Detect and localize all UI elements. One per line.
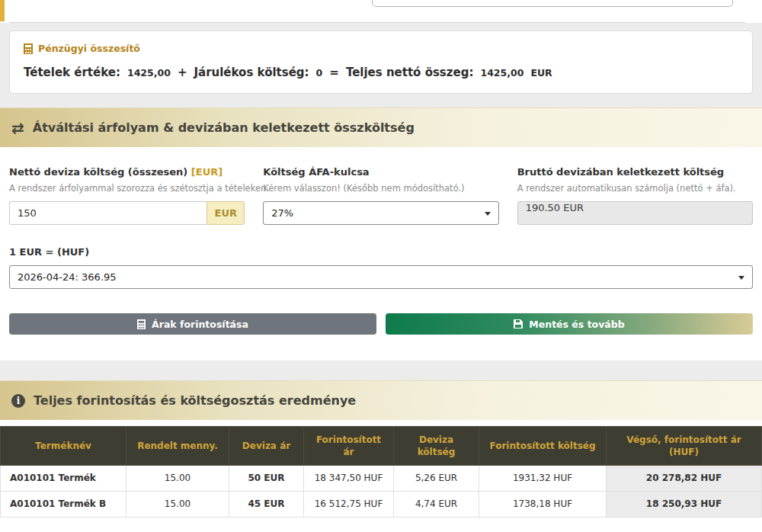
summary-title-text: Pénzügyi összesítő [38,43,140,54]
currency-price-cell: 50 EUR [229,466,304,492]
plus-sign: + [178,66,187,79]
table-row: A010101 Termék 15.00 50 EUR 18 347,50 HU… [1,466,762,492]
gross-cost-field: Bruttó devizában keletkezett költség A r… [517,166,753,225]
save-continue-label: Mentés és tovább [529,319,624,330]
chevron-down-icon [738,276,744,280]
final-huf-price-cell: 20 278,82 HUF [607,466,762,492]
net-cost-help: A rendszer árfolyammal szorozza és széto… [9,183,245,194]
results-section-body: Terméknév Rendelt menny. Deviza ár Forin… [0,420,762,532]
final-huf-price-cell: 18 250,93 HUF [607,492,762,518]
vat-field: Költség ÁFA-kulcsa Kérem válasszon! (Kés… [263,166,498,225]
header-ordered-qty: Rendelt menny. [126,427,229,466]
gross-cost-help: A rendszer automatikusan számolja (nettó… [517,183,753,194]
net-cost-currency-tag: [EUR] [191,166,223,178]
floppy-save-icon [514,319,523,328]
net-cost-field: Nettó deviza költség (összesen) [EUR] A … [9,166,245,225]
chevron-down-icon [485,212,491,216]
calculator-icon [24,43,33,54]
page: Pénzügyi összesítő Tételek értéke: 1425,… [0,0,762,532]
header-final-huf-price: Végső, forintosított ár (HUF) [607,427,762,466]
net-cost-input[interactable] [9,201,207,225]
gross-cost-readonly-input: 190.50 EUR [517,201,753,225]
huf-cost-cell: 1738,18 HUF [479,492,607,518]
ordered-qty-cell: 15.00 [126,492,229,518]
huf-price-cell: 18 347,50 HUF [304,466,394,492]
rate-label: 1 EUR = (HUF) [9,246,753,258]
financial-summary-title: Pénzügyi összesítő [24,43,738,54]
items-value: 1425,00 [127,67,171,79]
summary-totals-line: Tételek értéke: 1425,00 + Járulékos költ… [24,66,738,79]
currency-cost-cell: 4,74 EUR [394,492,479,518]
results-section-header: i Teljes forintosítás és költségosztás e… [0,380,762,420]
results-section-title: Teljes forintosítás és költségosztás ere… [34,393,356,408]
exchange-actions: Árak forintosítása Mentés és tovább [9,313,753,335]
rate-select[interactable]: 2026-04-24: 366.95 [9,265,753,289]
table-row: A010101 Termék B 15.00 45 EUR 16 512,75 … [1,492,762,518]
rate-select-value: 2026-04-24: 366.95 [18,271,117,283]
results-section: i Teljes forintosítás és költségosztás e… [0,380,762,532]
total-net-value: 1425,00 [480,67,523,79]
currency-suffix-addon: EUR [207,201,245,225]
header-huf-price: Forintosított ár [304,427,394,466]
vat-select-value: 27% [271,207,293,219]
top-cutoff-band [0,0,762,23]
exchange-section: ⇄ Átváltási árfolyam & devizában keletke… [0,107,762,361]
swap-arrows-icon: ⇄ [11,120,24,136]
huf-price-cell: 16 512,75 HUF [304,492,394,518]
cutoff-input-field[interactable] [372,0,733,7]
items-value-label: Tételek értéke: [24,66,120,79]
header-currency-price: Deviza ár [229,427,304,466]
calculator-icon [137,319,146,329]
convert-prices-button[interactable]: Árak forintosítása [9,313,376,335]
convert-prices-label: Árak forintosítása [152,319,248,330]
extra-cost-label: Járulékos költség: [194,66,309,79]
header-huf-cost: Forintosított költség [479,427,607,466]
net-cost-label-text: Nettó deviza költség (összesen) [9,166,187,178]
header-currency-cost: Deviza költség [394,427,479,466]
vat-help: Kérem válasszon! (Később nem módosítható… [263,183,498,194]
card-bottom-border [9,22,745,23]
financial-summary-card: Pénzügyi összesítő Tételek értéke: 1425,… [9,30,753,94]
info-icon: i [11,394,25,408]
huf-cost-cell: 1931,32 HUF [479,466,607,492]
currency-label: EUR [530,67,552,79]
net-cost-label: Nettó deviza költség (összesen) [EUR] [9,166,245,178]
gross-cost-label: Bruttó devizában keletkezett költség [517,166,753,178]
exchange-section-title: Átváltási árfolyam & devizában keletkeze… [33,120,415,135]
product-name-cell: A010101 Termék [1,466,126,492]
currency-price-cell: 45 EUR [229,492,304,518]
net-cost-input-group: EUR [9,201,245,225]
header-product-name: Terméknév [1,427,126,466]
table-header-row: Terméknév Rendelt menny. Deviza ár Forin… [1,427,762,466]
total-net-label: Teljes nettó összeg: [346,66,474,79]
exchange-section-header: ⇄ Átváltási árfolyam & devizában keletke… [0,107,762,147]
equals-sign: = [329,66,339,79]
vat-select[interactable]: 27% [263,201,498,225]
vat-label: Költség ÁFA-kulcsa [263,166,498,178]
ordered-qty-cell: 15.00 [126,466,229,492]
exchange-section-body: Nettó deviza költség (összesen) [EUR] A … [0,147,762,361]
product-name-cell: A010101 Termék B [1,492,126,518]
save-continue-button[interactable]: Mentés és tovább [386,313,753,335]
currency-cost-cell: 5,26 EUR [394,466,479,492]
extra-cost-value: 0 [316,67,323,79]
gold-accent-bar [0,0,5,21]
results-table: Terméknév Rendelt menny. Deviza ár Forin… [0,426,762,518]
